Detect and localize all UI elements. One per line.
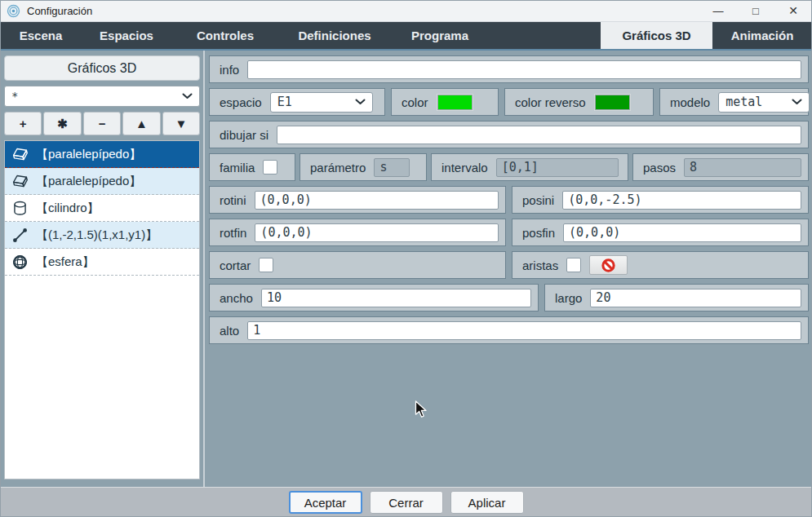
- move-down-button[interactable]: ▼: [162, 112, 200, 135]
- maximize-button[interactable]: □: [737, 0, 774, 21]
- info-group: info: [209, 55, 809, 83]
- rotfin-group: rotfin: [209, 219, 506, 246]
- graphics-list: 【paralelepípedo】 【paralelepípedo】 【cilin…: [4, 140, 200, 479]
- graphics-list-panel: Gráficos 3D * + ✱ − ▲ ▼ 【paralelepípedo】: [0, 51, 203, 487]
- parametro-input: [374, 158, 410, 177]
- posfin-input[interactable]: [563, 223, 801, 242]
- move-up-button[interactable]: ▲: [122, 112, 160, 135]
- largo-label: largo: [555, 291, 582, 305]
- app-logo-icon: [7, 4, 20, 18]
- remove-item-button[interactable]: −: [83, 112, 121, 135]
- segment-icon: [11, 227, 29, 244]
- alto-input[interactable]: [247, 321, 801, 340]
- duplicate-item-button[interactable]: ✱: [43, 112, 81, 135]
- apply-button[interactable]: Aplicar: [450, 491, 524, 514]
- tab-graficos-3d[interactable]: Gráficos 3D: [601, 22, 712, 49]
- minimize-button[interactable]: —: [699, 0, 737, 21]
- chevron-down-icon: [792, 99, 802, 105]
- filter-select[interactable]: *: [4, 86, 200, 107]
- aristas-group: aristas: [512, 251, 809, 279]
- tab-escena[interactable]: Escena: [0, 22, 82, 49]
- ancho-label: ancho: [220, 291, 253, 305]
- color-reverso-label: color reverso: [515, 95, 586, 109]
- largo-group: largo: [544, 284, 809, 312]
- window-title: Configuración: [27, 5, 92, 17]
- filter-select-value: *: [11, 90, 18, 103]
- familia-checkbox[interactable]: [263, 160, 277, 175]
- list-item-parallelepiped-2[interactable]: 【paralelepípedo】: [5, 168, 199, 195]
- chevron-down-icon: [355, 99, 366, 105]
- rotini-group: rotini: [209, 186, 506, 214]
- modelo-group: modelo metal: [659, 88, 809, 116]
- color-reverso-group: color reverso: [504, 88, 654, 116]
- parallelepiped-icon: [11, 173, 29, 190]
- list-item-label: 【(1,-2,1.5)(1,x1,y1)】: [36, 228, 158, 243]
- aristas-color-button[interactable]: [589, 255, 628, 275]
- window-controls: — □ ✕: [699, 0, 812, 21]
- espacio-label: espacio: [220, 95, 262, 109]
- main-area: Gráficos 3D * + ✱ − ▲ ▼ 【paralelepípedo】: [0, 49, 812, 487]
- prohibited-icon: [601, 258, 616, 273]
- aristas-label: aristas: [522, 258, 558, 272]
- footer-bar: Aceptar Cerrar Aplicar: [0, 487, 812, 517]
- rotfin-input[interactable]: [255, 223, 499, 242]
- title-bar: Configuración — □ ✕: [0, 0, 812, 22]
- accept-button[interactable]: Aceptar: [289, 491, 362, 514]
- cylinder-icon: [11, 200, 29, 217]
- espacio-select-value: E1: [277, 95, 292, 109]
- aristas-checkbox[interactable]: [566, 258, 581, 272]
- tab-programa[interactable]: Programa: [390, 22, 490, 49]
- list-item-parallelepiped-1[interactable]: 【paralelepípedo】: [5, 141, 199, 168]
- modelo-select[interactable]: metal: [718, 92, 810, 113]
- cancel-button[interactable]: Cerrar: [370, 491, 443, 514]
- posini-label: posini: [522, 193, 554, 207]
- pasos-input: [684, 158, 801, 177]
- dibujar-si-group: dibujar si: [209, 121, 809, 148]
- tab-animacion[interactable]: Animación: [712, 22, 812, 49]
- color-swatch[interactable]: [437, 94, 473, 111]
- pasos-label: pasos: [643, 161, 676, 175]
- posini-input[interactable]: [562, 191, 801, 210]
- intervalo-input: [496, 158, 619, 177]
- ancho-group: ancho: [209, 284, 539, 312]
- posfin-group: posfin: [512, 219, 809, 246]
- tab-espacios[interactable]: Espacios: [82, 22, 171, 49]
- tab-definiciones[interactable]: Definiciones: [279, 22, 390, 49]
- rotini-input[interactable]: [255, 191, 499, 210]
- cortar-group: cortar: [209, 251, 506, 279]
- info-input[interactable]: [247, 60, 801, 79]
- intervalo-label: intervalo: [441, 161, 488, 175]
- modelo-label: modelo: [670, 95, 710, 109]
- alto-label: alto: [220, 324, 239, 338]
- list-item-sphere[interactable]: 【esfera】: [5, 249, 199, 276]
- rotfin-label: rotfin: [220, 226, 246, 240]
- list-item-segment[interactable]: 【(1,-2,1.5)(1,x1,y1)】: [5, 222, 199, 249]
- modelo-select-value: metal: [725, 95, 762, 109]
- tab-controles[interactable]: Controles: [171, 22, 279, 49]
- list-item-label: 【esfera】: [36, 254, 95, 270]
- chevron-down-icon: [182, 93, 193, 99]
- cortar-checkbox[interactable]: [259, 258, 273, 272]
- info-label: info: [220, 63, 239, 77]
- color-reverso-swatch[interactable]: [594, 94, 631, 111]
- posini-group: posini: [512, 186, 809, 214]
- tab-spacer: [490, 22, 601, 49]
- largo-input[interactable]: [590, 289, 801, 307]
- posfin-label: posfin: [522, 226, 555, 240]
- color-group: color: [391, 88, 499, 116]
- add-item-button[interactable]: +: [4, 112, 42, 135]
- list-item-label: 【cilindro】: [36, 201, 100, 216]
- list-item-cylinder[interactable]: 【cilindro】: [5, 195, 199, 222]
- familia-label: familia: [220, 161, 255, 175]
- config-window: Configuración — □ ✕ Escena Espacios Cont…: [0, 0, 812, 517]
- ancho-input[interactable]: [261, 289, 531, 307]
- parallelepiped-icon: [11, 146, 29, 163]
- dibujar-si-input[interactable]: [277, 126, 801, 144]
- espacio-group: espacio E1: [209, 88, 385, 116]
- familia-group: familia: [209, 153, 295, 181]
- parametro-label: parámetro: [310, 161, 366, 175]
- dibujar-si-label: dibujar si: [220, 128, 268, 142]
- close-button[interactable]: ✕: [774, 0, 812, 21]
- list-toolbar: + ✱ − ▲ ▼: [4, 112, 200, 135]
- espacio-select[interactable]: E1: [270, 92, 373, 113]
